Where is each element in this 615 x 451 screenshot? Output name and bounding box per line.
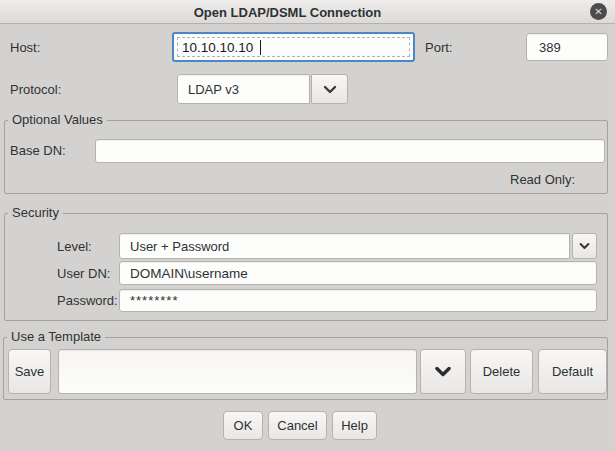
host-input-field[interactable] [182, 34, 405, 60]
protocol-combobox[interactable]: LDAP v3 [177, 74, 310, 104]
user-dn-label: User DN: [57, 266, 110, 281]
titlebar[interactable]: Open LDAP/DSML Connection ✕ [0, 0, 615, 24]
level-combobox[interactable]: User + Password [119, 233, 570, 259]
chevron-down-icon [323, 85, 337, 94]
password-input[interactable] [119, 289, 597, 312]
host-label: Host: [10, 40, 40, 55]
dialog-title: Open LDAP/DSML Connection [0, 0, 575, 24]
template-dropdown-button[interactable] [420, 349, 466, 394]
level-value: User + Password [130, 239, 229, 254]
user-dn-input[interactable] [119, 261, 597, 285]
protocol-dropdown-button[interactable] [311, 74, 348, 104]
port-input[interactable] [526, 33, 608, 61]
help-button[interactable]: Help [332, 411, 377, 440]
close-button[interactable]: ✕ [590, 3, 607, 20]
delete-button[interactable]: Delete [470, 349, 533, 394]
base-dn-input[interactable] [95, 139, 605, 163]
protocol-value: LDAP v3 [188, 82, 239, 97]
default-button[interactable]: Default [538, 349, 607, 394]
chevron-down-icon [434, 366, 452, 377]
save-button[interactable]: Save [8, 349, 51, 394]
level-dropdown-button[interactable] [572, 233, 597, 259]
open-ldap-connection-dialog: Open LDAP/DSML Connection ✕ Host: Port: … [0, 0, 615, 451]
ok-button[interactable]: OK [223, 411, 263, 440]
base-dn-label: Base DN: [10, 143, 66, 158]
template-combobox-input[interactable] [58, 349, 417, 394]
read-only-label: Read Only: [510, 172, 575, 187]
close-icon: ✕ [594, 7, 602, 17]
template-frame-label: Use a Template [7, 329, 105, 344]
port-label: Port: [425, 40, 452, 55]
level-label: Level: [57, 239, 92, 254]
protocol-label: Protocol: [10, 82, 61, 97]
password-label: Password: [57, 293, 118, 308]
chevron-down-icon [579, 242, 590, 250]
cancel-button[interactable]: Cancel [268, 411, 327, 440]
optional-values-frame-label: Optional Values [8, 112, 107, 127]
security-frame-label: Security [8, 205, 63, 220]
host-input[interactable] [172, 32, 415, 62]
